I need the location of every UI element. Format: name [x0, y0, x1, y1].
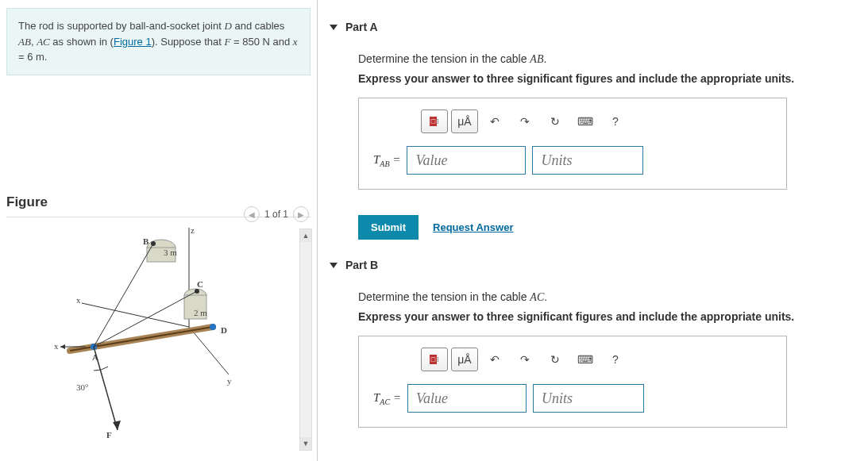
question-b: Determine the tension in the cable AC.	[358, 290, 862, 304]
toolbar-a: □⁝ μÅ ↶ ↷ ↻ ⌨ ?	[421, 109, 772, 133]
svg-line-16	[94, 244, 153, 347]
answer-label-a: TAB =	[373, 153, 400, 168]
var-AB: AB	[18, 36, 31, 48]
part-a-body: Determine the tension in the cable AB. E…	[330, 38, 862, 204]
svg-text:2 m: 2 m	[194, 308, 207, 317]
instruction-b: Express your answer to three significant…	[358, 310, 862, 323]
question-a: Determine the tension in the cable AB.	[358, 52, 862, 66]
left-pane: The rod is supported by ball-and-socket …	[0, 0, 318, 461]
part-a-header[interactable]: Part A	[330, 16, 862, 38]
svg-text:3 m: 3 m	[164, 248, 177, 257]
svg-marker-25	[60, 344, 65, 349]
var-AC: AC	[530, 291, 544, 303]
part-title: Part A	[345, 21, 378, 33]
text: and cables	[232, 20, 285, 32]
svg-text:y: y	[227, 376, 232, 386]
figure-scrollbar[interactable]: ▲ ▼	[299, 229, 312, 451]
var-D: D	[224, 20, 231, 32]
svg-text:B: B	[143, 236, 149, 246]
undo-button[interactable]: ↶	[481, 109, 508, 133]
svg-point-12	[210, 324, 216, 330]
part-b-header[interactable]: Part B	[330, 254, 862, 276]
request-answer-link-a[interactable]: Request Answer	[433, 221, 513, 233]
redo-button[interactable]: ↷	[511, 109, 538, 133]
text: ). Suppose that	[152, 36, 225, 48]
units-input-b[interactable]	[533, 384, 644, 413]
value-input-b[interactable]	[407, 384, 527, 413]
text: The rod is supported by ball-and-socket …	[18, 20, 224, 32]
var-AC: AC	[37, 36, 50, 48]
keyboard-button[interactable]: ⌨	[572, 348, 599, 371]
text: as shown in (	[50, 36, 114, 48]
reset-button[interactable]: ↻	[542, 348, 569, 371]
text: Determine the tension in the cable	[358, 52, 530, 65]
chevron-down-icon	[330, 263, 338, 268]
text: .	[543, 52, 546, 65]
figure-next-button[interactable]: ▶	[293, 206, 309, 222]
templates-button[interactable]: □⁝	[421, 348, 448, 371]
svg-text:F: F	[106, 430, 112, 440]
svg-text:z: z	[191, 225, 195, 235]
submit-button-a[interactable]: Submit	[358, 215, 419, 240]
var-x: x	[293, 36, 298, 48]
text: .	[544, 290, 547, 303]
svg-text:30°: 30°	[76, 382, 88, 392]
scroll-up-icon[interactable]: ▲	[300, 229, 311, 242]
instruction-a: Express your answer to three significant…	[358, 72, 862, 85]
help-button[interactable]: ?	[602, 348, 629, 371]
part-title: Part B	[345, 259, 378, 271]
actions-a: Submit Request Answer	[358, 215, 862, 240]
scroll-down-icon[interactable]: ▼	[300, 437, 311, 450]
svg-line-27	[94, 347, 118, 430]
templates-button[interactable]: □⁝	[421, 109, 448, 133]
svg-text:D: D	[221, 325, 227, 335]
part-b-body: Determine the tension in the cable AC. E…	[330, 276, 862, 442]
figure-counter: 1 of 1	[264, 209, 288, 220]
reset-button[interactable]: ↻	[542, 109, 569, 133]
figure-pager: ◀ 1 of 1 ▶	[244, 206, 309, 222]
svg-text:x: x	[76, 295, 81, 305]
figure-image: z x y B C D A 3 m 2 m	[6, 224, 284, 446]
figure-prev-button[interactable]: ◀	[244, 206, 260, 222]
units-input-a[interactable]	[532, 146, 643, 175]
answer-box-b: □⁝ μÅ ↶ ↷ ↻ ⌨ ? TAC =	[358, 336, 787, 428]
redo-button[interactable]: ↷	[511, 348, 538, 371]
text: = 6 m.	[18, 51, 48, 63]
answer-label-b: TAC =	[373, 391, 401, 406]
value-input-a[interactable]	[407, 146, 526, 175]
text: = 850 N and	[230, 36, 292, 48]
var-AB: AB	[530, 53, 543, 65]
problem-statement: The rod is supported by ball-and-socket …	[6, 8, 311, 75]
toolbar-b: □⁝ μÅ ↶ ↷ ↻ ⌨ ?	[421, 348, 772, 371]
svg-text:x: x	[54, 341, 59, 351]
input-row-a: TAB =	[373, 146, 772, 175]
units-button[interactable]: μÅ	[451, 109, 478, 133]
answer-box-a: □⁝ μÅ ↶ ↷ ↻ ⌨ ? TAB =	[358, 98, 787, 190]
svg-text:C: C	[197, 279, 203, 289]
right-pane: Part A Determine the tension in the cabl…	[330, 16, 862, 442]
undo-button[interactable]: ↶	[481, 348, 508, 371]
chevron-down-icon	[330, 25, 338, 30]
svg-marker-28	[113, 421, 121, 430]
text: Determine the tension in the cable	[358, 290, 530, 303]
units-button[interactable]: μÅ	[451, 348, 478, 371]
help-button[interactable]: ?	[602, 109, 629, 133]
figure-link[interactable]: Figure 1	[114, 36, 152, 48]
svg-line-1	[82, 303, 189, 327]
input-row-b: TAC =	[373, 384, 772, 413]
keyboard-button[interactable]: ⌨	[572, 109, 599, 133]
